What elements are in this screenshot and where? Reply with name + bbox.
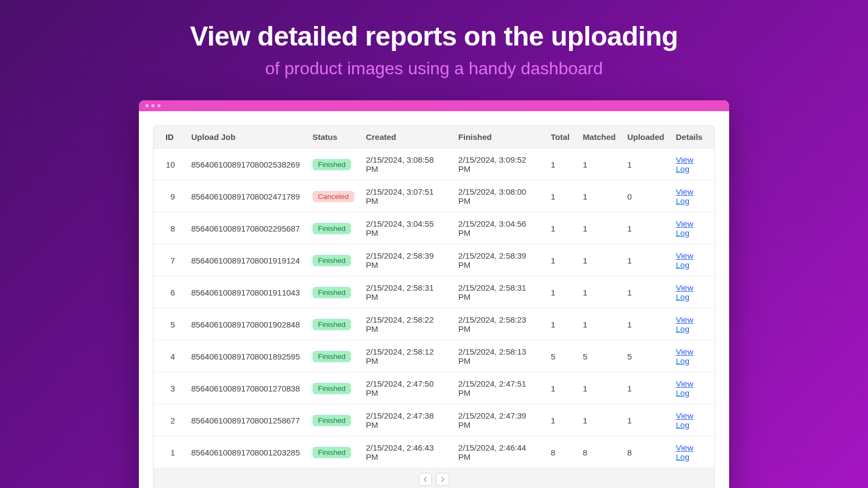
cell-details: View Log <box>671 245 714 277</box>
cell-finished: 2/15/2024, 3:04:56 PM <box>453 213 545 245</box>
cell-uploaded: 1 <box>622 149 671 181</box>
th-matched: Matched <box>577 126 622 149</box>
view-log-link[interactable]: View Log <box>676 283 693 301</box>
cell-total: 1 <box>545 277 577 309</box>
cell-total: 8 <box>545 436 577 468</box>
cell-id: 10 <box>154 149 186 181</box>
view-log-link[interactable]: View Log <box>676 443 693 461</box>
traffic-light-max-icon[interactable] <box>157 104 161 107</box>
view-log-link[interactable]: View Log <box>676 347 693 365</box>
cell-upload-job: 856406100891708002538269 <box>186 149 307 181</box>
cell-created: 2/15/2024, 2:47:50 PM <box>360 373 452 404</box>
cell-matched: 8 <box>577 436 622 468</box>
traffic-light-close-icon[interactable] <box>145 104 149 107</box>
cell-finished: 2/15/2024, 2:58:31 PM <box>453 277 545 309</box>
cell-details: View Log <box>671 373 714 404</box>
cell-upload-job: 856406100891708001892595 <box>186 341 307 373</box>
cell-finished: 2/15/2024, 2:58:39 PM <box>453 245 545 277</box>
view-log-link[interactable]: View Log <box>676 187 693 206</box>
cell-created: 2/15/2024, 2:46:43 PM <box>360 436 452 468</box>
app-window: ID Upload Job Status Created Finished To… <box>139 100 729 488</box>
table-row: 1856406100891708001203285Finished2/15/20… <box>154 436 714 468</box>
th-details: Details <box>671 126 714 149</box>
next-page-button[interactable] <box>436 473 449 486</box>
cell-finished: 2/15/2024, 2:46:44 PM <box>453 436 545 468</box>
cell-matched: 1 <box>577 213 622 245</box>
cell-details: View Log <box>671 213 714 245</box>
th-created: Created <box>360 126 452 149</box>
cell-matched: 1 <box>577 245 622 277</box>
cell-id: 7 <box>154 245 186 277</box>
cell-uploaded: 1 <box>622 373 671 404</box>
status-badge: Canceled <box>312 191 354 202</box>
view-log-link[interactable]: View Log <box>676 411 693 429</box>
cell-total: 1 <box>545 149 577 181</box>
cell-upload-job: 856406100891708001203285 <box>186 436 307 468</box>
status-badge: Finished <box>312 319 351 330</box>
traffic-light-min-icon[interactable] <box>151 104 155 107</box>
cell-matched: 1 <box>577 181 622 213</box>
cell-details: View Log <box>671 181 714 213</box>
th-uploaded: Uploaded <box>622 126 671 149</box>
cell-finished: 2/15/2024, 2:47:51 PM <box>453 373 545 404</box>
view-log-link[interactable]: View Log <box>676 219 693 237</box>
view-log-link[interactable]: View Log <box>676 155 693 174</box>
th-id: ID <box>154 126 186 149</box>
prev-page-button[interactable] <box>419 473 432 486</box>
cell-status: Finished <box>307 373 360 404</box>
window-titlebar <box>139 100 729 111</box>
cell-id: 1 <box>154 436 186 468</box>
cell-matched: 5 <box>577 341 622 373</box>
table-row: 2856406100891708001258677Finished2/15/20… <box>154 404 714 436</box>
cell-created: 2/15/2024, 3:08:58 PM <box>360 149 452 181</box>
table-row: 9856406100891708002471789Canceled2/15/20… <box>154 181 714 213</box>
view-log-link[interactable]: View Log <box>676 315 693 333</box>
cell-uploaded: 1 <box>622 213 671 245</box>
cell-upload-job: 856406100891708001911043 <box>186 277 307 309</box>
status-badge: Finished <box>312 223 351 234</box>
cell-finished: 2/15/2024, 2:58:23 PM <box>453 309 545 341</box>
cell-created: 2/15/2024, 3:07:51 PM <box>360 181 452 213</box>
cell-total: 1 <box>545 309 577 341</box>
cell-id: 8 <box>154 213 186 245</box>
cell-uploaded: 0 <box>622 181 671 213</box>
cell-total: 1 <box>545 181 577 213</box>
cell-total: 1 <box>545 245 577 277</box>
cell-details: View Log <box>671 309 714 341</box>
cell-status: Finished <box>307 213 360 245</box>
cell-id: 6 <box>154 277 186 309</box>
status-badge: Finished <box>312 255 351 266</box>
cell-status: Finished <box>307 341 360 373</box>
cell-matched: 1 <box>577 149 622 181</box>
cell-created: 2/15/2024, 2:58:31 PM <box>360 277 452 309</box>
cell-details: View Log <box>671 149 714 181</box>
view-log-link[interactable]: View Log <box>676 251 693 269</box>
cell-upload-job: 856406100891708002471789 <box>186 181 307 213</box>
cell-upload-job: 856406100891708001902848 <box>186 309 307 341</box>
cell-matched: 1 <box>577 404 622 436</box>
hero-title: View detailed reports on the uploading <box>0 21 868 52</box>
cell-details: View Log <box>671 436 714 468</box>
cell-finished: 2/15/2024, 2:47:39 PM <box>453 404 545 436</box>
view-log-link[interactable]: View Log <box>676 379 693 397</box>
cell-status: Canceled <box>307 181 360 213</box>
cell-id: 9 <box>154 181 186 213</box>
status-badge: Finished <box>312 351 351 362</box>
table-header-row: ID Upload Job Status Created Finished To… <box>154 126 714 149</box>
th-total: Total <box>545 126 577 149</box>
status-badge: Finished <box>312 447 351 458</box>
table-row: 4856406100891708001892595Finished2/15/20… <box>154 341 714 373</box>
cell-total: 1 <box>545 404 577 436</box>
reports-card: ID Upload Job Status Created Finished To… <box>153 125 715 488</box>
cell-uploaded: 1 <box>622 404 671 436</box>
cell-upload-job: 856406100891708001270838 <box>186 373 307 404</box>
cell-finished: 2/15/2024, 3:09:52 PM <box>453 149 545 181</box>
cell-total: 1 <box>545 373 577 404</box>
cell-total: 5 <box>545 341 577 373</box>
cell-finished: 2/15/2024, 2:58:13 PM <box>453 341 545 373</box>
table-row: 3856406100891708001270838Finished2/15/20… <box>154 373 714 404</box>
cell-upload-job: 856406100891708001919124 <box>186 245 307 277</box>
cell-details: View Log <box>671 277 714 309</box>
cell-id: 4 <box>154 341 186 373</box>
cell-uploaded: 8 <box>622 436 671 468</box>
